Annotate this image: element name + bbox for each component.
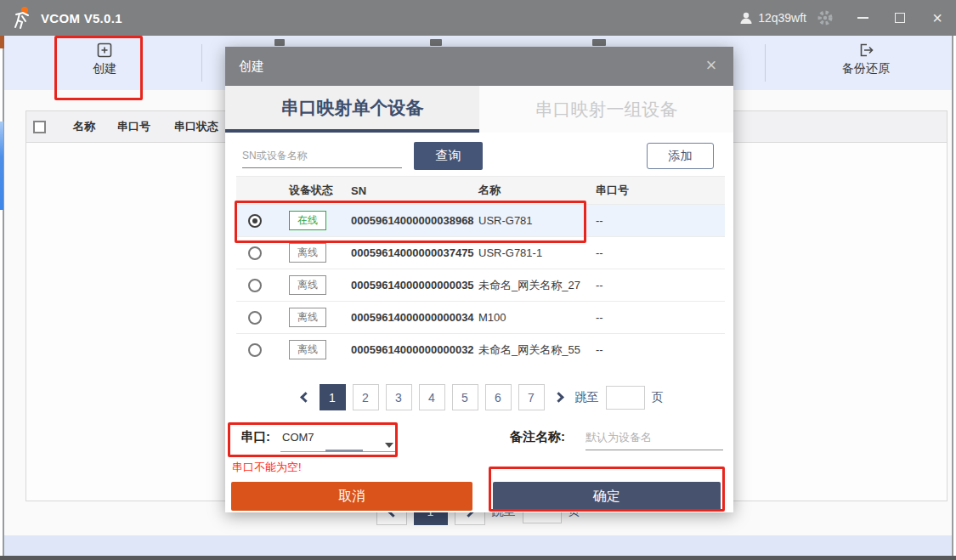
page-button-3[interactable]: 3 (386, 384, 412, 410)
window-frame-left (3, 36, 4, 556)
jump-page-input[interactable] (606, 386, 645, 410)
titlebar: VCOM V5.0.1 12q39wft × (0, 0, 956, 36)
add-button[interactable]: 添加 (647, 143, 714, 169)
maximize-button[interactable] (881, 0, 919, 36)
device-sn: 00059614000000000032 (351, 343, 478, 356)
serial-select-scroll-thumb[interactable] (325, 450, 363, 452)
main-col-name: 名称 (73, 119, 95, 134)
col-name: 名称 (478, 183, 596, 198)
jump-label: 跳至 (575, 390, 599, 405)
device-row[interactable]: 离线 00059614000000000032 未命名_网关名称_55 -- (236, 333, 725, 365)
device-row[interactable]: 离线 00059614000000000035 未命名_网关名称_27 -- (236, 269, 725, 301)
create-dialog: 创建 × 串口映射单个设备 串口映射一组设备 查询 添加 设备状态 SN 名称 … (225, 47, 733, 512)
backup-restore-label: 备份还原 (842, 61, 890, 76)
device-row[interactable]: 在线 00059614000000038968 USR-G781 -- (236, 204, 725, 236)
device-name: M100 (478, 311, 596, 324)
cancel-button[interactable]: 取消 (231, 482, 472, 511)
device-port: -- (596, 343, 725, 356)
background-window-artifact (0, 36, 4, 48)
col-port: 串口号 (596, 183, 725, 198)
close-button[interactable]: × (919, 0, 956, 36)
status-badge: 在线 (289, 211, 326, 230)
page-button-6[interactable]: 6 (485, 384, 512, 410)
page-button-5[interactable]: 5 (452, 384, 478, 410)
col-sn: SN (351, 184, 478, 197)
select-all-checkbox[interactable] (33, 121, 46, 133)
device-name: USR-G781 (478, 214, 596, 227)
dropdown-caret-icon[interactable] (385, 443, 393, 448)
serial-port-select[interactable]: COM7 (282, 431, 314, 444)
device-radio-button[interactable] (248, 343, 262, 357)
dialog-close-icon[interactable]: × (699, 54, 723, 77)
device-row[interactable]: 离线 00059614000000000034 M100 -- (236, 301, 725, 333)
create-button-label: 创建 (93, 61, 116, 76)
toolbar-divider (201, 44, 202, 82)
device-sn: 00059614000000037475 (351, 246, 478, 259)
next-page-button[interactable] (552, 393, 569, 401)
dialog-tabs: 串口映射单个设备 串口映射一组设备 (225, 86, 733, 133)
device-sn: 00059614000000000034 (351, 311, 478, 324)
create-button[interactable]: 创建 (65, 42, 144, 76)
device-table-header: 设备状态 SN 名称 串口号 (236, 176, 725, 204)
tab-device-group[interactable]: 串口映射一组设备 (479, 86, 733, 133)
device-port: -- (596, 279, 725, 291)
obscured-toolbar-icon (430, 39, 442, 46)
username-label: 12q39wft (758, 11, 806, 25)
remark-name-input[interactable] (585, 425, 723, 450)
validation-error-text: 串口不能为空! (232, 460, 302, 475)
minimize-button[interactable] (844, 0, 881, 36)
device-sn: 00059614000000038968 (351, 214, 478, 227)
dialog-header[interactable]: 创建 × (225, 47, 733, 86)
prev-page-button[interactable] (296, 393, 313, 401)
page-unit: 页 (652, 390, 664, 405)
query-button[interactable]: 查询 (414, 142, 483, 170)
dialog-pagination: 1234567 跳至 页 (225, 384, 733, 410)
serial-port-label: 串口: (240, 429, 270, 445)
plus-square-icon (97, 42, 112, 58)
device-port: -- (596, 214, 725, 227)
device-radio-button[interactable] (248, 246, 262, 260)
settings-gear-icon[interactable] (806, 0, 844, 36)
status-footer (4, 535, 952, 556)
main-col-port: 串口号 (117, 119, 150, 134)
status-badge: 离线 (289, 308, 326, 327)
device-radio-button[interactable] (248, 214, 262, 228)
device-sn: 00059614000000000035 (351, 279, 478, 291)
page-button-4[interactable]: 4 (419, 384, 445, 410)
device-port: -- (596, 246, 725, 259)
page-button-7[interactable]: 7 (518, 384, 545, 410)
device-row[interactable]: 离线 00059614000000037475 USR-G781-1 -- (236, 236, 725, 269)
vcom-app-window: VCOM V5.0.1 12q39wft × (0, 0, 956, 560)
confirm-button[interactable]: 确定 (493, 482, 721, 511)
dialog-title: 创建 (239, 59, 264, 75)
device-port: -- (596, 311, 725, 324)
col-device-status: 设备状态 (279, 183, 351, 198)
page-button-1[interactable]: 1 (320, 384, 346, 410)
device-radio-button[interactable] (248, 279, 262, 292)
status-badge: 离线 (289, 340, 326, 359)
device-name: 未命名_网关名称_55 (478, 342, 596, 358)
status-badge: 离线 (289, 275, 326, 295)
device-name: USR-G781-1 (478, 246, 596, 259)
user-account[interactable]: 12q39wft (739, 11, 806, 25)
toolbar-divider (765, 44, 766, 82)
window-frame-right (952, 36, 953, 556)
device-radio-button[interactable] (248, 311, 262, 325)
window-bottom-edge (0, 556, 956, 560)
device-name: 未命名_网关名称_27 (478, 278, 596, 293)
main-col-port-status: 串口状态 (174, 119, 218, 134)
background-window-artifact (0, 122, 3, 210)
obscured-toolbar-icon (274, 39, 285, 46)
app-title: VCOM V5.0.1 (41, 11, 122, 25)
remark-name-label: 备注名称: (510, 429, 565, 445)
user-icon (739, 11, 753, 25)
page-button-2[interactable]: 2 (353, 384, 379, 410)
sn-search-input[interactable] (242, 143, 402, 168)
backup-restore-icon (858, 42, 874, 58)
tab-single-device[interactable]: 串口映射单个设备 (225, 86, 479, 133)
backup-restore-button[interactable]: 备份还原 (822, 42, 910, 76)
dialog-device-table: 设备状态 SN 名称 串口号 在线 00059614000000038968 U… (236, 176, 725, 365)
status-badge: 离线 (289, 243, 326, 263)
obscured-toolbar-icon (592, 39, 606, 46)
usr-logo-icon (8, 5, 34, 31)
